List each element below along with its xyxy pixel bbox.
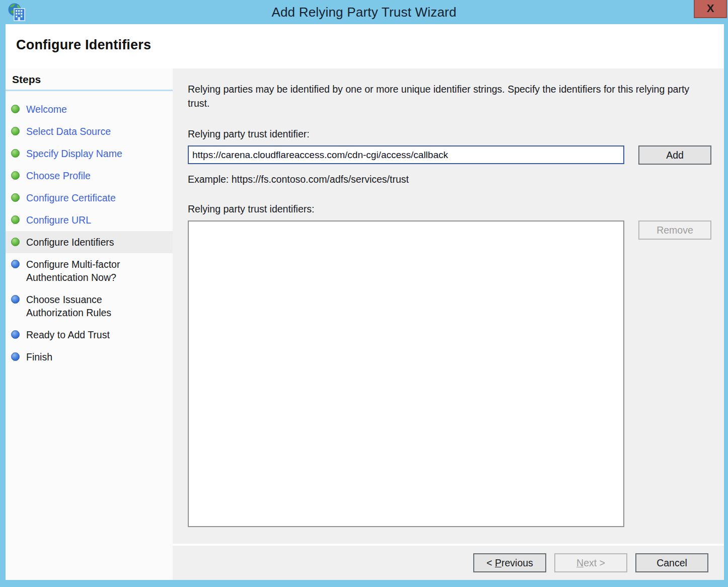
- step-label: Choose Issuance Authorization Rules: [26, 293, 152, 319]
- dialog-body: Configure Identifiers Steps Welcome Sele…: [6, 24, 724, 580]
- page-title: Configure Identifiers: [6, 24, 724, 53]
- example-text: Example: https://fs.contoso.com/adfs/ser…: [188, 174, 711, 185]
- sidebar-step-item[interactable]: Welcome: [6, 98, 173, 120]
- close-icon: X: [707, 2, 714, 15]
- identifiers-listbox[interactable]: [188, 221, 624, 527]
- step-status-icon: [11, 105, 20, 113]
- step-status-icon: [11, 352, 20, 361]
- step-label: Configure Identifiers: [26, 236, 114, 249]
- step-status-icon: [11, 295, 20, 304]
- step-label: Configure Multi-factor Authentication No…: [26, 258, 152, 284]
- main-panel: Relying parties may be identified by one…: [173, 68, 724, 544]
- step-status-icon: [11, 330, 20, 339]
- sidebar-step-item[interactable]: Configure Certificate: [6, 187, 173, 209]
- step-label: Configure URL: [26, 213, 91, 227]
- step-status-icon: [11, 260, 20, 268]
- steps-list: Welcome Select Data Source Specify Displ…: [6, 91, 173, 368]
- step-status-icon: [11, 193, 20, 202]
- step-label: Choose Profile: [26, 169, 91, 182]
- step-label: Finish: [26, 350, 52, 363]
- intro-text: Relying parties may be identified by one…: [188, 82, 709, 110]
- steps-heading: Steps: [6, 68, 173, 91]
- sidebar-step-item[interactable]: Choose Profile: [6, 165, 173, 187]
- step-status-icon: [11, 171, 20, 180]
- close-button[interactable]: X: [694, 0, 727, 18]
- wizard-window: Add Relying Party Trust Wizard X Configu…: [0, 0, 728, 587]
- step-status-icon: [11, 149, 20, 158]
- add-button[interactable]: Add: [638, 145, 711, 165]
- sidebar-step-item: Choose Issuance Authorization Rules: [6, 288, 173, 324]
- footer-bar: < Previous Next > Cancel: [173, 544, 724, 580]
- cancel-button[interactable]: Cancel: [635, 553, 708, 572]
- next-button[interactable]: Next >: [554, 553, 627, 572]
- adfs-app-icon: [7, 2, 27, 22]
- step-label: Configure Certificate: [26, 191, 116, 204]
- sidebar-step-item: Configure Identifiers: [6, 231, 173, 253]
- step-status-icon: [11, 127, 20, 135]
- titlebar: Add Relying Party Trust Wizard X: [0, 0, 728, 24]
- sidebar-step-item[interactable]: Specify Display Name: [6, 142, 173, 165]
- previous-label: <: [486, 557, 495, 568]
- previous-button[interactable]: < Previous: [473, 553, 546, 572]
- step-status-icon: [11, 215, 20, 224]
- identifiers-list-label: Relying party trust identifiers:: [188, 203, 711, 215]
- sidebar-step-item: Ready to Add Trust: [6, 324, 173, 346]
- sidebar-step-item: Finish: [6, 346, 173, 368]
- steps-sidebar: Steps Welcome Select Data Source Specify…: [6, 68, 173, 580]
- identifier-input[interactable]: [188, 145, 624, 164]
- previous-rest: revious: [501, 557, 533, 568]
- previous-accel: P: [495, 557, 501, 568]
- sidebar-step-item[interactable]: Configure URL: [6, 209, 173, 231]
- remove-button[interactable]: Remove: [638, 221, 711, 240]
- sidebar-step-item: Configure Multi-factor Authentication No…: [6, 253, 173, 288]
- step-label: Ready to Add Trust: [26, 328, 110, 341]
- step-status-icon: [11, 238, 20, 246]
- sidebar-step-item[interactable]: Select Data Source: [6, 120, 173, 142]
- next-accel: N: [576, 557, 584, 568]
- next-rest: ext >: [584, 557, 605, 568]
- step-label: Select Data Source: [26, 125, 111, 138]
- window-title: Add Relying Party Trust Wizard: [271, 5, 456, 20]
- identifier-label: Relying party trust identifier:: [188, 128, 711, 140]
- page-header: Configure Identifiers: [6, 24, 724, 68]
- step-label: Specify Display Name: [26, 147, 122, 160]
- step-label: Welcome: [26, 103, 67, 116]
